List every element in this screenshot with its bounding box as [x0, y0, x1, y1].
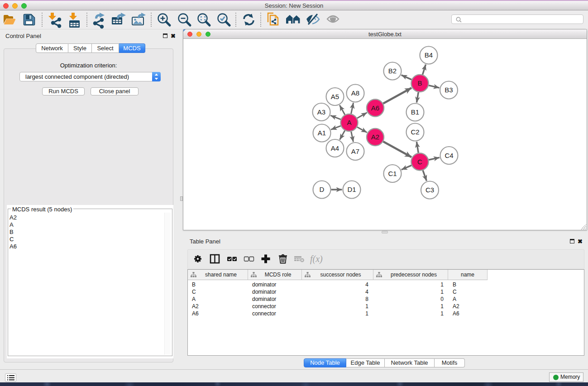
svg-text:C: C — [417, 158, 422, 166]
svg-text:B: B — [417, 79, 422, 87]
svg-text:C3: C3 — [425, 186, 434, 194]
svg-text:A4: A4 — [331, 144, 339, 152]
svg-text:C1: C1 — [388, 170, 397, 177]
svg-text:B3: B3 — [445, 86, 453, 94]
svg-text:B4: B4 — [425, 51, 433, 59]
svg-text:D: D — [320, 186, 325, 193]
svg-text:A1: A1 — [318, 129, 326, 137]
svg-text:D1: D1 — [347, 186, 356, 193]
svg-text:A5: A5 — [331, 93, 339, 100]
svg-text:f(x): f(x) — [310, 254, 323, 264]
svg-text:B2: B2 — [388, 67, 397, 75]
svg-text:A2: A2 — [371, 133, 379, 141]
svg-text:A: A — [347, 119, 351, 126]
svg-text:A7: A7 — [351, 148, 359, 155]
svg-text:A3: A3 — [317, 108, 325, 116]
svg-text:C2: C2 — [411, 128, 419, 136]
svg-text:A6: A6 — [371, 104, 379, 112]
svg-text:C4: C4 — [445, 152, 453, 159]
svg-text:B1: B1 — [411, 108, 419, 116]
svg-text:A8: A8 — [351, 89, 359, 97]
